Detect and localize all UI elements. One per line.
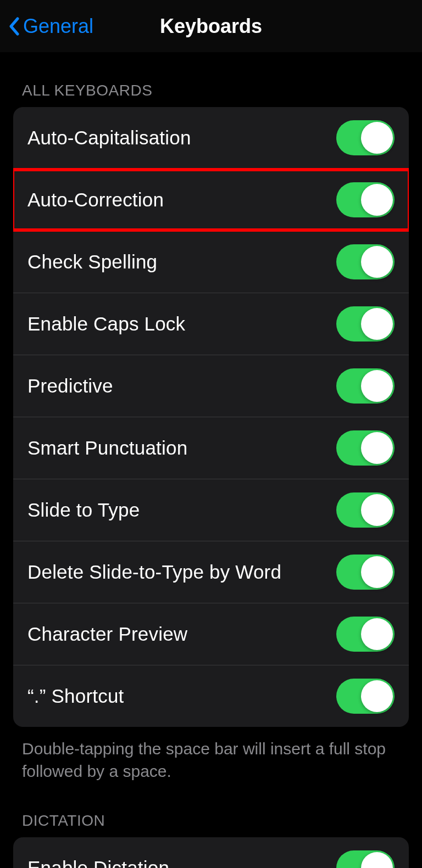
row-enable-caps-lock: Enable Caps Lock (13, 293, 409, 355)
toggle-smart-punctuation[interactable] (336, 430, 395, 466)
row-label: Auto-Correction (27, 189, 164, 211)
row-auto-correction: Auto-Correction (13, 169, 409, 231)
toggle-knob (361, 432, 393, 464)
toggle-knob (361, 370, 393, 402)
content: ALL KEYBOARDS Auto-Capitalisation Auto-C… (0, 52, 422, 868)
toggle-knob (361, 618, 393, 650)
toggle-character-preview[interactable] (336, 617, 395, 652)
toggle-delete-slide-by-word[interactable] (336, 555, 395, 590)
toggle-predictive[interactable] (336, 368, 395, 404)
row-period-shortcut: “.” Shortcut (13, 665, 409, 727)
toggle-knob (361, 184, 393, 216)
toggle-knob (361, 246, 393, 278)
settings-group-all-keyboards: Auto-Capitalisation Auto-Correction Chec… (13, 107, 409, 727)
settings-group-dictation: Enable Dictation (13, 837, 409, 868)
row-label: Predictive (27, 375, 113, 397)
toggle-period-shortcut[interactable] (336, 679, 395, 714)
toggle-knob (361, 308, 393, 340)
chevron-left-icon (9, 17, 20, 36)
toggle-auto-correction[interactable] (336, 182, 395, 217)
row-label: Smart Punctuation (27, 437, 187, 459)
row-label: Delete Slide-to-Type by Word (27, 561, 281, 583)
toggle-knob (361, 122, 393, 154)
row-label: Check Spelling (27, 251, 157, 273)
toggle-slide-to-type[interactable] (336, 492, 395, 528)
row-label: “.” Shortcut (27, 685, 124, 707)
row-auto-capitalisation: Auto-Capitalisation (13, 107, 409, 169)
row-label: Enable Caps Lock (27, 313, 185, 335)
back-label: General (23, 15, 93, 38)
toggle-enable-caps-lock[interactable] (336, 306, 395, 341)
row-character-preview: Character Preview (13, 603, 409, 665)
toggle-check-spelling[interactable] (336, 244, 395, 279)
section-footer-all-keyboards: Double-tapping the space bar will insert… (13, 727, 409, 782)
row-predictive: Predictive (13, 355, 409, 417)
toggle-enable-dictation[interactable] (336, 850, 395, 868)
row-label: Auto-Capitalisation (27, 127, 191, 149)
page-title: Keyboards (160, 15, 262, 38)
back-button[interactable]: General (9, 15, 93, 38)
section-header-dictation: DICTATION (13, 782, 409, 837)
row-smart-punctuation: Smart Punctuation (13, 417, 409, 479)
row-check-spelling: Check Spelling (13, 231, 409, 293)
row-slide-to-type: Slide to Type (13, 479, 409, 541)
row-label: Slide to Type (27, 499, 140, 521)
row-label: Enable Dictation (27, 857, 169, 868)
row-delete-slide-by-word: Delete Slide-to-Type by Word (13, 541, 409, 603)
toggle-knob (361, 556, 393, 588)
toggle-auto-capitalisation[interactable] (336, 120, 395, 155)
toggle-knob (361, 852, 393, 868)
row-enable-dictation: Enable Dictation (13, 837, 409, 868)
section-header-all-keyboards: ALL KEYBOARDS (13, 52, 409, 107)
toggle-knob (361, 680, 393, 712)
toggle-knob (361, 494, 393, 526)
row-label: Character Preview (27, 623, 187, 645)
nav-bar: General Keyboards (0, 0, 422, 52)
